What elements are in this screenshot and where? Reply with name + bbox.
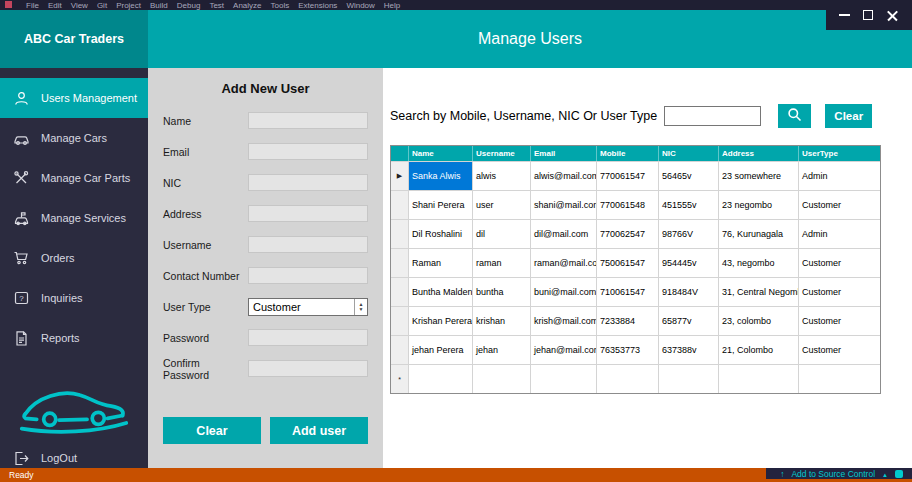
column-header[interactable]: Address (719, 146, 799, 161)
cell-address[interactable]: 43, negombo (719, 249, 799, 277)
menu-item[interactable]: Analyze (233, 1, 261, 10)
sidebar-item-manage-cars[interactable]: Manage Cars (0, 118, 148, 158)
cell-usertype[interactable]: Admin (799, 220, 880, 248)
cell-usertype[interactable]: Customer (799, 191, 880, 219)
email-input[interactable] (248, 143, 368, 160)
grid-corner-cell[interactable] (391, 146, 409, 161)
table-row[interactable]: Dil Roshalini dil dil@mail.com 770062547… (391, 219, 880, 248)
menu-item[interactable]: Extensions (298, 1, 337, 10)
cell-mobile[interactable]: 770061548 (597, 191, 659, 219)
cell-email[interactable]: buni@mail.com (531, 278, 597, 306)
cell-address[interactable]: 31, Central Negombo (719, 278, 799, 306)
cell-mobile[interactable]: 710061547 (597, 278, 659, 306)
cell-nic[interactable]: 98766V (659, 220, 719, 248)
sidebar-item-reports[interactable]: Reports (0, 318, 148, 358)
sidebar-item-manage-car-parts[interactable]: Manage Car Parts (0, 158, 148, 198)
cell-usertype[interactable]: Customer (799, 336, 880, 364)
menu-item[interactable]: Edit (48, 1, 62, 10)
user-type-select[interactable]: Customer (248, 298, 368, 316)
row-selector[interactable] (391, 249, 409, 277)
clear-search-button[interactable]: Clear (825, 104, 872, 128)
cell-nic[interactable]: 637388v (659, 336, 719, 364)
column-header[interactable]: UserType (799, 146, 880, 161)
menu-item[interactable]: Window (346, 1, 374, 10)
cell-mobile[interactable]: 7233884 (597, 307, 659, 335)
nic-input[interactable] (248, 174, 368, 191)
cell-usertype[interactable]: Customer (799, 249, 880, 277)
cell-name[interactable]: Krishan Perera (409, 307, 473, 335)
row-selector[interactable] (391, 336, 409, 364)
cell-email[interactable]: alwis@mail.com (531, 162, 597, 190)
table-row[interactable]: Raman raman raman@mail.com 750061547 954… (391, 248, 880, 277)
cell-mobile[interactable]: 76353773 (597, 336, 659, 364)
cell-username[interactable]: dil (473, 220, 531, 248)
cell-username[interactable]: krishan (473, 307, 531, 335)
cell-mobile[interactable]: 770062547 (597, 220, 659, 248)
sidebar-item-manage-services[interactable]: Manage Services (0, 198, 148, 238)
cell-email[interactable]: krish@mail.com (531, 307, 597, 335)
cell-nic[interactable]: 918484V (659, 278, 719, 306)
cell-mobile[interactable]: 750061547 (597, 249, 659, 277)
sidebar-item-inquiries[interactable]: ? Inquiries (0, 278, 148, 318)
menu-item[interactable]: View (71, 1, 88, 10)
cell-nic[interactable]: 451555v (659, 191, 719, 219)
table-row[interactable]: ▶ Sanka Alwis alwis alwis@mail.com 77006… (391, 161, 880, 190)
menu-item[interactable]: Tools (271, 1, 290, 10)
cell-username[interactable]: raman (473, 249, 531, 277)
cell-usertype[interactable]: Customer (799, 278, 880, 306)
cell-name[interactable]: Buntha Maldeniya (409, 278, 473, 306)
cell-address[interactable]: 23 negombo (719, 191, 799, 219)
table-row[interactable]: Krishan Perera krishan krish@mail.com 72… (391, 306, 880, 335)
cell-username[interactable]: alwis (473, 162, 531, 190)
row-selector[interactable] (391, 191, 409, 219)
cell-username[interactable]: jehan (473, 336, 531, 364)
cell-name[interactable]: Dil Roshalini (409, 220, 473, 248)
row-selector[interactable] (391, 307, 409, 335)
menu-item[interactable]: Git (97, 1, 107, 10)
cell-username[interactable] (473, 365, 531, 393)
address-input[interactable] (248, 205, 368, 222)
column-header[interactable]: NIC (659, 146, 719, 161)
cell-name[interactable]: Shani Perera (409, 191, 473, 219)
cell-address[interactable]: 23, colombo (719, 307, 799, 335)
menu-item[interactable]: Project (116, 1, 141, 10)
cell-email[interactable]: dil@mail.com (531, 220, 597, 248)
cell-nic[interactable]: 954445v (659, 249, 719, 277)
cell-nic[interactable] (659, 365, 719, 393)
cell-nic[interactable]: 65877v (659, 307, 719, 335)
cell-name[interactable] (409, 365, 473, 393)
menu-item[interactable]: Build (150, 1, 168, 10)
column-header[interactable]: Mobile (597, 146, 659, 161)
menu-item[interactable]: Debug (177, 1, 201, 10)
row-selector[interactable]: ▶ (391, 162, 409, 190)
row-selector[interactable] (391, 278, 409, 306)
cell-name[interactable]: Sanka Alwis (409, 162, 473, 190)
menu-item[interactable]: Help (384, 1, 400, 10)
column-header[interactable]: Name (409, 146, 473, 161)
table-row[interactable]: Shani Perera user shani@mail.com 7700615… (391, 190, 880, 219)
cell-username[interactable]: user (473, 191, 531, 219)
menu-item[interactable]: Test (209, 1, 224, 10)
cell-address[interactable]: 76, Kurunagala (719, 220, 799, 248)
cell-nic[interactable]: 56465v (659, 162, 719, 190)
cell-address[interactable]: 23 somewhere (719, 162, 799, 190)
cell-email[interactable]: jehan@mail.com (531, 336, 597, 364)
cell-email[interactable] (531, 365, 597, 393)
cell-username[interactable]: buntha (473, 278, 531, 306)
row-selector[interactable]: * (391, 365, 409, 393)
maximize-icon[interactable] (863, 10, 873, 20)
column-header[interactable]: Email (531, 146, 597, 161)
feedback-icon[interactable] (895, 470, 903, 478)
cell-usertype[interactable] (799, 365, 880, 393)
cell-usertype[interactable]: Admin (799, 162, 880, 190)
username-input[interactable] (248, 236, 368, 253)
cell-address[interactable]: 21, Colombo (719, 336, 799, 364)
cell-mobile[interactable] (597, 365, 659, 393)
sidebar-item-orders[interactable]: Orders (0, 238, 148, 278)
close-icon[interactable] (886, 9, 899, 22)
row-selector[interactable] (391, 220, 409, 248)
sidebar-item-users-management[interactable]: Users Management (0, 78, 148, 118)
menu-item[interactable]: File (26, 1, 39, 10)
search-input[interactable] (664, 106, 761, 126)
clear-form-button[interactable]: Clear (163, 417, 261, 444)
